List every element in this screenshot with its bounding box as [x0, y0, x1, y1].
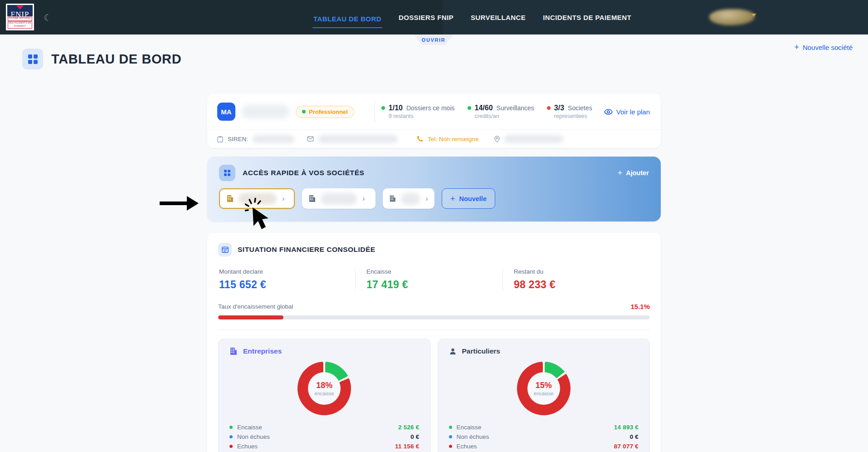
donut-caption: encaisse	[534, 391, 553, 396]
legend-label: Echues	[237, 443, 258, 450]
fnip-logo[interactable]: FNIP FICHIER NATIONAL DES INCIDENTS DE P…	[6, 4, 34, 30]
report-card-icon	[218, 243, 232, 256]
email-redacted	[318, 135, 398, 143]
envelope-icon	[307, 136, 314, 142]
rate-value: 15.1%	[630, 303, 650, 310]
page-title: TABLEAU DE BORD	[51, 52, 181, 67]
rate-label: Taux d'encaissement global	[218, 303, 293, 310]
nav-item-surveillance[interactable]: SURVEILLANCE	[470, 11, 527, 24]
entreprises-title: Entreprises	[243, 347, 282, 355]
metric-value: 115 652 €	[219, 279, 355, 291]
legend-dot	[229, 435, 233, 438]
plus-icon: +	[794, 43, 799, 51]
donut-percent: 18%	[316, 381, 332, 390]
user-name-redacted	[242, 105, 289, 118]
chevron-right-icon: ›	[362, 194, 365, 203]
legend-value: 11 156 €	[395, 443, 419, 450]
main-column: MA Professionnel 1/10 Dossiers ce mois 9	[207, 94, 661, 452]
quick-access-title: ACCÈS RAPIDE À VOS SOCIÉTÉS	[243, 169, 365, 177]
particuliers-header: Particuliers	[449, 347, 639, 355]
entreprises-card: Entreprises 18% encaisse E	[218, 339, 431, 452]
legend-dot	[449, 445, 452, 448]
metric-label: Montant declare	[219, 268, 355, 275]
particuliers-title: Particuliers	[462, 347, 500, 355]
address-redacted	[504, 135, 563, 143]
top-nav: FNIP FICHIER NATIONAL DES INCIDENTS DE P…	[0, 0, 868, 34]
dark-mode-toggle-moon-icon[interactable]: ☾︎	[44, 12, 52, 23]
logo-subtitle-line2: DES INCIDENTS DE PAIEMENT	[8, 21, 32, 29]
stat-sub: representees	[554, 113, 592, 119]
legend-row-echues: Echues 87 077 €	[449, 442, 639, 451]
chevron-right-icon: ›	[282, 194, 285, 203]
rate-progress-fill	[218, 315, 283, 319]
donut-percent: 15%	[536, 381, 552, 390]
profile-contact-row: SIREN: Tel: Non renseigne	[207, 130, 661, 148]
legend-value: 2 526 €	[398, 424, 419, 431]
phone-icon	[417, 136, 423, 142]
nav-item-tableau-de-bord[interactable]: TABLEAU DE BORD	[312, 12, 382, 28]
profile-card: MA Professionnel 1/10 Dossiers ce mois 9	[207, 94, 661, 148]
ajouter-button[interactable]: + Ajouter	[618, 169, 649, 177]
breakdown-cards: Entreprises 18% encaisse E	[218, 339, 650, 452]
nouvelle-button[interactable]: + Nouvelle	[442, 188, 495, 209]
stat-dot	[547, 106, 551, 110]
plan-link-label: Voir le plan	[616, 108, 650, 116]
company-chip-3[interactable]: ›	[383, 188, 434, 209]
metric-value: 17 419 €	[366, 279, 502, 291]
donut-center: 15% encaisse	[527, 372, 560, 405]
building-icon	[389, 195, 396, 202]
building-icon	[226, 195, 234, 202]
stat-label: Societes	[568, 104, 592, 112]
stat-sub: 9 restants	[389, 113, 455, 119]
building-icon	[229, 347, 238, 355]
user-menu-caret-icon	[751, 14, 756, 17]
stat-surveillances: 14/60 Surveillances credits/an	[461, 104, 541, 119]
metric-value: 98 233 €	[514, 279, 650, 291]
new-company-link[interactable]: + Nouvelle société	[794, 43, 853, 51]
legend-label: Echues	[457, 443, 477, 450]
location-pin-icon	[494, 136, 500, 142]
entreprises-donut-chart: 18% encaisse	[297, 362, 351, 415]
profile-row-main: MA Professionnel 1/10 Dossiers ce mois 9	[207, 94, 661, 129]
building-icon	[308, 195, 316, 202]
logo-subtitle-line1: FICHIER NATIONAL	[8, 17, 32, 21]
avatar[interactable]: MA	[217, 103, 235, 121]
particuliers-legend: Encaisse 14 893 € Non échues 0 € Echues …	[449, 423, 639, 451]
nav-item-incidents-de-paiement[interactable]: INCIDENTS DE PAIEMENT	[542, 11, 632, 24]
ouvrir-tab-button[interactable]: OUVRIR	[414, 34, 454, 45]
fnip-logo-inner: FNIP FICHIER NATIONAL DES INCIDENTS DE P…	[7, 5, 33, 29]
stat-value: 3/3	[554, 104, 564, 112]
siren-value-redacted	[253, 135, 294, 143]
profile-stats: 1/10 Dossiers ce mois 9 restants 14/60 S…	[375, 94, 661, 129]
dashboard-grid-icon	[22, 49, 43, 69]
company-chip-2[interactable]: ›	[302, 188, 375, 209]
entreprises-legend: Encaisse 2 526 € Non échues 0 € Echues 1…	[229, 423, 419, 451]
dashboard-page: FNIP FICHIER NATIONAL DES INCIDENTS DE P…	[0, 0, 868, 452]
legend-value: 87 077 €	[614, 443, 639, 450]
cursor-click-icon	[245, 198, 275, 233]
rate-row: Taux d'encaissement global 15.1%	[218, 303, 650, 310]
legend-row-non-echues: Non échues 0 €	[449, 432, 639, 442]
legend-value: 0 €	[630, 433, 639, 440]
stat-dossiers: 1/10 Dossiers ce mois 9 restants	[375, 104, 461, 119]
stat-dot	[381, 106, 385, 110]
plus-icon: +	[450, 195, 455, 203]
legend-label: Encaisse	[457, 424, 482, 431]
legend-dot	[229, 445, 233, 448]
ajouter-label: Ajouter	[626, 169, 649, 177]
metric-label: Encaisse	[366, 268, 502, 275]
legend-dot	[449, 435, 452, 438]
legend-value: 0 €	[410, 433, 419, 440]
chevron-right-icon: ›	[425, 194, 428, 203]
user-menu-redacted[interactable]	[709, 9, 755, 25]
badge-status-dot	[302, 110, 306, 113]
plan-badge: Professionnel	[296, 106, 354, 118]
legend-dot	[229, 426, 233, 429]
company-name-redacted	[401, 193, 420, 205]
eye-icon	[604, 109, 613, 115]
nav-item-dossiers-fnip[interactable]: DOSSIERS FNIP	[398, 11, 454, 24]
metric-montant-declare: Montant declare 115 652 €	[218, 268, 355, 291]
voir-le-plan-link[interactable]: Voir le plan	[599, 108, 661, 116]
company-name-redacted	[321, 193, 357, 205]
companies-grid-icon	[219, 165, 235, 181]
